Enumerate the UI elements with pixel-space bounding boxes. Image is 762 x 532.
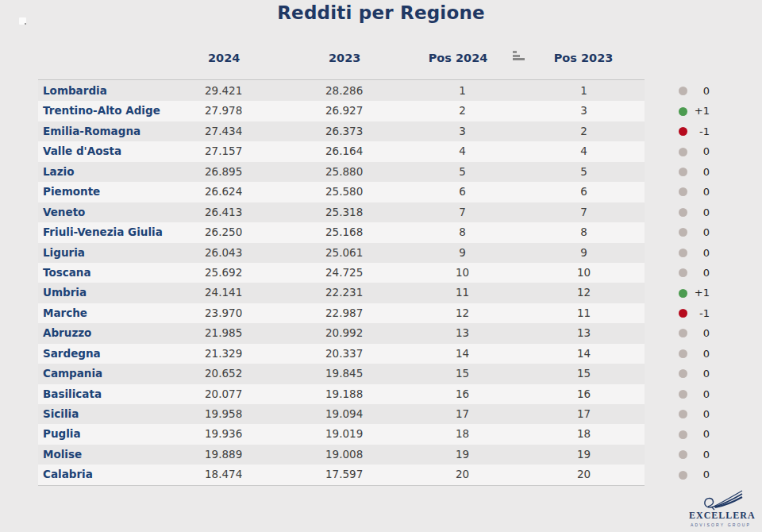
pos-2023-cell: 17 — [546, 404, 622, 424]
report-page: Redditi per Regione 2024 2023 Pos 2024 P… — [0, 0, 762, 532]
logo-name: EXCELLERA — [689, 510, 752, 522]
pos-2024-cell: 3 — [425, 121, 500, 141]
sort-ascending-icon[interactable] — [513, 51, 525, 61]
income-2023-cell: 26.927 — [325, 101, 363, 121]
table-row[interactable]: Campania 20.652 19.845 15 15 0 — [0, 364, 762, 384]
region-cell: Emilia-Romagna — [43, 121, 140, 141]
income-2024-cell: 27.157 — [205, 141, 242, 161]
income-2024-cell: 26.413 — [205, 202, 242, 222]
table-row[interactable]: Calabria 18.474 17.597 20 20 0 — [0, 465, 762, 484]
column-header-pos-2024[interactable]: Pos 2024 — [418, 51, 498, 65]
pos-2023-cell: 5 — [546, 162, 622, 182]
column-header-2024[interactable]: 2024 — [208, 51, 240, 65]
pos-2023-cell: 20 — [546, 465, 622, 484]
pos-2023-cell: 6 — [546, 182, 622, 202]
page-title: Redditi per Regione — [0, 2, 762, 23]
pos-2024-cell: 6 — [425, 182, 500, 202]
table-row[interactable]: Abruzzo 21.985 20.992 13 13 0 — [0, 323, 762, 343]
table-row[interactable]: Sicilia 19.958 19.094 17 17 0 — [0, 404, 762, 424]
table-row[interactable]: Molise 19.889 19.008 19 19 0 — [0, 445, 762, 465]
table-row[interactable]: Valle d'Aosta 27.157 26.164 4 4 0 — [0, 141, 762, 161]
income-2023-cell: 25.061 — [325, 243, 363, 263]
region-cell: Campania — [43, 364, 102, 384]
delta-cell: -1 — [678, 121, 710, 141]
table-row[interactable]: Trentino-Alto Adige 27.978 26.927 2 3 +1 — [0, 101, 762, 121]
table-row[interactable]: Veneto 26.413 25.318 7 7 0 — [0, 202, 762, 222]
income-2023-cell: 19.188 — [325, 384, 363, 404]
income-2024-cell: 18.474 — [205, 465, 242, 484]
table-row[interactable]: Friuli-Venezia Giulia 26.250 25.168 8 8 … — [0, 222, 762, 242]
income-2024-cell: 26.895 — [205, 162, 242, 182]
delta-cell: 0 — [678, 202, 710, 222]
excellera-logo: EXCELLERA ADVISORY GROUP — [689, 490, 752, 527]
pos-2024-cell: 15 — [425, 364, 500, 384]
column-header-pos-2023[interactable]: Pos 2023 — [544, 51, 623, 65]
income-2024-cell: 26.043 — [205, 243, 242, 263]
pos-2023-cell: 4 — [546, 141, 622, 161]
table-row[interactable]: Umbria 24.141 22.231 11 12 +1 — [0, 283, 762, 303]
header-divider — [38, 79, 645, 80]
delta-cell: 0 — [678, 404, 710, 424]
income-2024-cell: 21.985 — [205, 323, 242, 343]
income-2023-cell: 22.987 — [325, 303, 363, 323]
delta-cell: 0 — [678, 141, 710, 161]
region-cell: Liguria — [43, 243, 85, 263]
income-2024-cell: 19.936 — [205, 424, 242, 444]
delta-cell: 0 — [678, 445, 710, 465]
table-row[interactable]: Emilia-Romagna 27.434 26.373 3 2 -1 — [0, 121, 762, 141]
table-bottom-divider — [38, 485, 645, 486]
income-2023-cell: 25.880 — [325, 162, 363, 182]
table-row[interactable]: Marche 23.970 22.987 12 11 -1 — [0, 303, 762, 323]
table-row[interactable]: Puglia 19.936 19.019 18 18 0 — [0, 424, 762, 444]
table-row[interactable]: Toscana 25.692 24.725 10 10 0 — [0, 263, 762, 283]
pos-2023-cell: 15 — [546, 364, 622, 384]
pos-2024-cell: 9 — [425, 243, 500, 263]
region-cell: Abruzzo — [43, 323, 91, 343]
region-cell: Lombardia — [43, 81, 107, 101]
income-2023-cell: 20.337 — [325, 344, 363, 364]
region-cell: Marche — [43, 303, 87, 323]
pos-2023-cell: 12 — [546, 283, 622, 303]
pos-2024-cell: 2 — [425, 101, 500, 121]
income-2023-cell: 28.286 — [325, 81, 363, 101]
region-cell: Molise — [43, 445, 82, 465]
delta-cell: 0 — [678, 222, 710, 242]
region-cell: Sicilia — [43, 404, 79, 424]
delta-cell: 0 — [678, 243, 710, 263]
table-row[interactable]: Piemonte 26.624 25.580 6 6 0 — [0, 182, 762, 202]
delta-cell: +1 — [678, 283, 710, 303]
region-cell: Veneto — [43, 202, 85, 222]
pos-2024-cell: 16 — [425, 384, 500, 404]
pos-2023-cell: 11 — [546, 303, 622, 323]
pos-2024-cell: 10 — [425, 263, 500, 283]
delta-cell: 0 — [678, 263, 710, 283]
delta-cell: 0 — [678, 323, 710, 343]
pos-2023-cell: 16 — [546, 384, 622, 404]
income-2024-cell: 25.692 — [205, 263, 242, 283]
region-cell: Puglia — [43, 424, 81, 444]
page-corner-icon — [19, 17, 26, 25]
logo-subtitle: ADVISORY GROUP — [689, 522, 752, 527]
pos-2024-cell: 7 — [425, 202, 500, 222]
delta-cell: 0 — [678, 384, 710, 404]
table-row[interactable]: Basilicata 20.077 19.188 16 16 0 — [0, 384, 762, 404]
pos-2024-cell: 8 — [425, 222, 500, 242]
region-cell: Lazio — [43, 162, 74, 182]
income-2024-cell: 20.652 — [205, 364, 242, 384]
delta-cell: -1 — [678, 303, 710, 323]
pos-2023-cell: 2 — [546, 121, 622, 141]
column-header-2023[interactable]: 2023 — [329, 51, 360, 65]
income-2024-cell: 27.978 — [205, 101, 242, 121]
table-row[interactable]: Lombardia 29.421 28.286 1 1 0 — [0, 81, 762, 101]
delta-cell: 0 — [678, 162, 710, 182]
table-row[interactable]: Lazio 26.895 25.880 5 5 0 — [0, 162, 762, 182]
table-row[interactable]: Liguria 26.043 25.061 9 9 0 — [0, 243, 762, 263]
table-row[interactable]: Sardegna 21.329 20.337 14 14 0 — [0, 344, 762, 364]
income-2024-cell: 19.958 — [205, 404, 242, 424]
pos-2024-cell: 1 — [425, 81, 500, 101]
income-2024-cell: 26.624 — [205, 182, 242, 202]
pos-2023-cell: 9 — [546, 243, 622, 263]
region-cell: Trentino-Alto Adige — [43, 101, 160, 121]
region-cell: Basilicata — [43, 384, 102, 404]
income-2023-cell: 19.008 — [325, 445, 363, 465]
